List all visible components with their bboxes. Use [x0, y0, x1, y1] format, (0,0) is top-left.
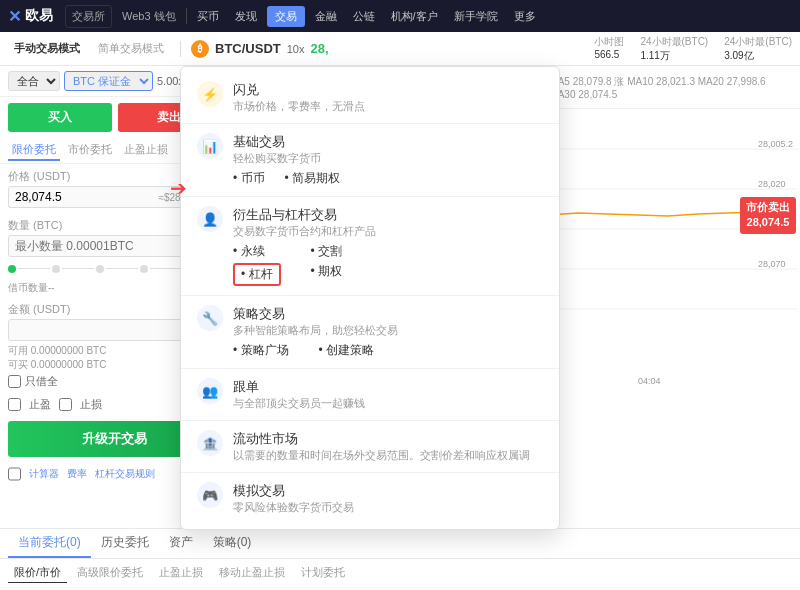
- copy-icon: 👥: [197, 378, 223, 404]
- trade-dropdown-menu[interactable]: ⚡ 闪兑 市场价格，零费率，无滑点 📊 基础交易 轻松购买数字货币 • 币币 •…: [180, 66, 560, 530]
- leverage-indicator: 10x: [287, 43, 305, 55]
- sub-tab-plan[interactable]: 计划委托: [295, 563, 351, 583]
- tab-assets[interactable]: 资产: [159, 529, 203, 558]
- derivatives-desc: 交易数字货币合约和杠杆产品: [233, 224, 543, 239]
- menu-item-simulation[interactable]: 🎮 模拟交易 零风险体验数字货币交易: [181, 476, 559, 521]
- derivatives-content: 衍生品与杠杆交易 交易数字货币合约和杠杆产品 • 永续 • 杠杆 • 交割 • …: [233, 206, 543, 286]
- pct-50[interactable]: [96, 265, 104, 273]
- simulation-title: 模拟交易: [233, 482, 354, 500]
- logo: ✕ 欧易: [8, 7, 53, 26]
- nav-academy[interactable]: 新手学院: [448, 6, 504, 27]
- svg-text:28,005.2: 28,005.2: [758, 139, 793, 149]
- strategy-square[interactable]: • 策略广场: [233, 342, 289, 359]
- nav-chain[interactable]: 公链: [347, 6, 381, 27]
- simulation-content: 模拟交易 零风险体验数字货币交易: [233, 482, 354, 515]
- deriv-leverage[interactable]: • 杠杆: [233, 263, 281, 286]
- liquidity-desc: 以需要的数量和时间在场外交易范围。交割价差和响应权属调: [233, 448, 530, 463]
- price-sell-badge: 市价卖出 28,074.5: [740, 197, 796, 234]
- copy-content: 跟单 与全部顶尖交易员一起赚钱: [233, 378, 365, 411]
- simulation-icon: 🎮: [197, 482, 223, 508]
- basic-child-2[interactable]: • 简易期权: [285, 170, 341, 187]
- sub-tab-advanced[interactable]: 高级限价委托: [71, 563, 149, 583]
- basic-title: 基础交易: [233, 133, 543, 151]
- nav-more[interactable]: 更多: [508, 6, 542, 27]
- bottom-section: 当前委托(0) 历史委托 资产 策略(0) 限价/市价 高级限价委托 止盈止损 …: [0, 528, 800, 590]
- liquidity-content: 流动性市场 以需要的数量和时间在场外交易范围。交割价差和响应权属调: [233, 430, 530, 463]
- order-type-stop[interactable]: 止盈止损: [120, 140, 172, 161]
- deriv-options[interactable]: • 期权: [311, 263, 343, 280]
- only-borrow-checkbox[interactable]: [8, 375, 21, 388]
- menu-item-liquidity[interactable]: 🏦 流动性市场 以需要的数量和时间在场外交易范围。交割价差和响应权属调: [181, 424, 559, 469]
- order-type-market[interactable]: 市价委托: [64, 140, 116, 161]
- strategy-content: 策略交易 多种智能策略布局，助您轻松交易 • 策略广场 • 创建策略: [233, 305, 543, 359]
- nav-exchange[interactable]: 交易所: [65, 5, 112, 28]
- ma-info: MA5 28,079.8 涨 MA10 28,021.3 MA20 27,998…: [549, 75, 792, 100]
- deriv-right: • 交割 • 期权: [311, 243, 343, 286]
- simulation-desc: 零风险体验数字货币交易: [233, 500, 354, 515]
- order-type-limit[interactable]: 限价委托: [8, 140, 60, 161]
- basic-children: • 币币 • 简易期权: [233, 170, 543, 187]
- sub-header: 手动交易模式 简单交易模式 ₿ BTC/USDT 10x 28, 小时图 566…: [0, 32, 800, 66]
- nav-finance[interactable]: 金融: [309, 6, 343, 27]
- header: ✕ 欧易 交易所 Web3 钱包 买币 发现 交易 金融 公链 机构/客户 新手…: [0, 0, 800, 32]
- copy-desc: 与全部顶尖交易员一起赚钱: [233, 396, 365, 411]
- svg-text:04:04: 04:04: [638, 376, 661, 386]
- calculator-link[interactable]: 计算器: [29, 467, 59, 481]
- menu-item-flash[interactable]: ⚡ 闪兑 市场价格，零费率，无滑点: [181, 75, 559, 120]
- menu-item-copy[interactable]: 👥 跟单 与全部顶尖交易员一起赚钱: [181, 372, 559, 417]
- pct-25[interactable]: [52, 265, 60, 273]
- buy-button[interactable]: 买入: [8, 103, 112, 132]
- leverage-rules-link[interactable]: 杠杆交易规则: [95, 467, 155, 481]
- liquidity-title: 流动性市场: [233, 430, 530, 448]
- svg-text:28,020: 28,020: [758, 179, 786, 189]
- stat-hourly: 小时图 566.5: [594, 35, 624, 63]
- stopgain-checkbox[interactable]: [59, 398, 72, 411]
- strategy-create[interactable]: • 创建策略: [319, 342, 375, 359]
- mode-simple[interactable]: 简单交易模式: [92, 38, 170, 59]
- stat-24h-vol: 24小时最(BTC) 3.09亿: [724, 35, 792, 63]
- trading-pair[interactable]: BTC/USDT: [215, 41, 281, 56]
- nav-web3[interactable]: Web3 钱包: [116, 6, 182, 27]
- stoploss-checkbox[interactable]: [8, 398, 21, 411]
- strategy-icon: 🔧: [197, 305, 223, 331]
- filter-all-select[interactable]: 全合: [8, 71, 60, 91]
- price-input[interactable]: [15, 190, 134, 204]
- sub-tab-trailing[interactable]: 移动止盈止损: [213, 563, 291, 583]
- nav-trade[interactable]: 交易: [267, 6, 305, 27]
- fee-link[interactable]: 费率: [67, 467, 87, 481]
- basic-icon: 📊: [197, 133, 223, 159]
- basic-desc: 轻松购买数字货币: [233, 151, 543, 166]
- badge-label: 市价卖出: [746, 200, 790, 215]
- tab-strategy[interactable]: 策略(0): [203, 529, 262, 558]
- stat-24h-btc: 24小时最(BTC) 1.11万: [640, 35, 708, 63]
- deriv-delivery[interactable]: • 交割: [311, 243, 343, 260]
- pct-75[interactable]: [140, 265, 148, 273]
- sub-tab-limit[interactable]: 限价/市价: [8, 563, 67, 583]
- nav-buy[interactable]: 买币: [191, 6, 225, 27]
- nav-discover[interactable]: 发现: [229, 6, 263, 27]
- liquidity-icon: 🏦: [197, 430, 223, 456]
- menu-item-strategy[interactable]: 🔧 策略交易 多种智能策略布局，助您轻松交易 • 策略广场 • 创建策略: [181, 299, 559, 365]
- deriv-left: • 永续 • 杠杆: [233, 243, 281, 286]
- basic-child-1[interactable]: • 币币: [233, 170, 265, 187]
- price-display: 28,: [310, 41, 328, 56]
- main-layout: 全合 BTC 保证金 5.00x 买入 卖出 限价委托 市价委托 止盈止损 价格…: [0, 66, 800, 528]
- calculator-checkbox[interactable]: [8, 467, 21, 481]
- menu-item-derivatives[interactable]: 👤 衍生品与杠杆交易 交易数字货币合约和杠杆产品 • 永续 • 杠杆 • 交割 …: [181, 200, 559, 292]
- derivatives-icon: 👤: [197, 206, 223, 232]
- filter-margin-select[interactable]: BTC 保证金: [64, 71, 153, 91]
- svg-text:28,070: 28,070: [758, 259, 786, 269]
- stopgain-label: 止损: [80, 397, 102, 412]
- tab-history[interactable]: 历史委托: [91, 529, 159, 558]
- tab-current-orders[interactable]: 当前委托(0): [8, 529, 91, 558]
- deriv-perpetual[interactable]: • 永续: [233, 243, 281, 260]
- sub-tab-tp-sl[interactable]: 止盈止损: [153, 563, 209, 583]
- flash-content: 闪兑 市场价格，零费率，无滑点: [233, 81, 365, 114]
- strategy-title: 策略交易: [233, 305, 543, 323]
- mode-manual[interactable]: 手动交易模式: [8, 38, 86, 59]
- pct-0[interactable]: [8, 265, 16, 273]
- derivatives-title: 衍生品与杠杆交易: [233, 206, 543, 224]
- menu-item-basic[interactable]: 📊 基础交易 轻松购买数字货币 • 币币 • 简易期权: [181, 127, 559, 193]
- derivatives-children: • 永续 • 杠杆 • 交割 • 期权: [233, 243, 543, 286]
- nav-institution[interactable]: 机构/客户: [385, 6, 444, 27]
